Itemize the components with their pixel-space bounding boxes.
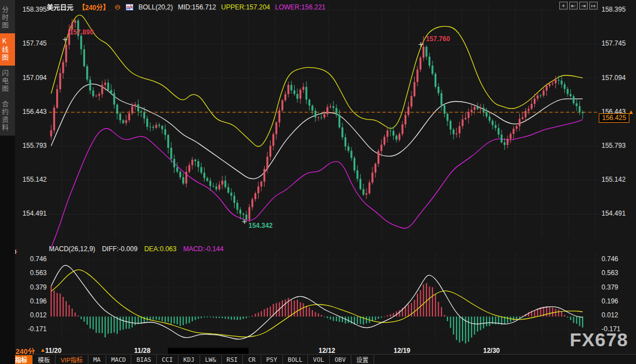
compress-left-icon[interactable]: ⇤ <box>569 2 578 9</box>
left-sidebar: 分时图 K线图 闪电图 合约资料 <box>0 0 15 364</box>
collapse-icon[interactable]: ⊖ <box>115 3 121 11</box>
price-tick-label: 157.745 <box>602 39 634 47</box>
boll-lower-line <box>51 119 583 247</box>
toolbar-item-psy[interactable]: PSY <box>261 355 283 364</box>
macd-tick-label: 0.563 <box>602 269 634 277</box>
date-label: 12/19 <box>394 347 410 355</box>
compress-right-icon[interactable]: ⇥ <box>579 2 588 9</box>
price-tick-label: 157.094 <box>602 74 634 82</box>
boll-mid-line <box>51 84 583 179</box>
toolbar-item-lw[interactable]: LW& <box>200 355 222 364</box>
toolbar-item-macd[interactable]: MACD <box>106 355 132 364</box>
toolbar-item-vol[interactable]: VOL <box>308 355 330 364</box>
price-tick-label: 155.793 <box>602 142 634 149</box>
toolbar-item-cr[interactable]: CR <box>243 355 261 364</box>
price-tick-label: 155.142 <box>17 176 47 183</box>
macd-tick-label: 0.196 <box>602 297 634 305</box>
dea-line <box>51 270 583 337</box>
macd-tick-label: 0.379 <box>17 283 47 291</box>
price-tick-label: 158.395 <box>17 6 47 13</box>
price-tick-label: 157.094 <box>17 74 47 82</box>
price-annotation: 157.890 <box>69 28 94 36</box>
toolbar-item-template[interactable]: 模板 <box>33 355 56 364</box>
date-label: 12/30 <box>483 347 500 355</box>
toolbar-item-boll[interactable]: BOLL <box>283 355 309 364</box>
symbol-title: 美元日元 <box>47 2 73 12</box>
sidebar-tab-kline-chart[interactable]: K线图 <box>0 33 15 66</box>
period-label: 【240分】 <box>78 2 110 12</box>
macd-tick-label: 0.012 <box>17 311 47 319</box>
boll-params: BOLL(20,2) <box>138 3 173 11</box>
chart-header: 美元日元 【240分】 ⊖ BOLL(20,2) MID:156.712 UPP… <box>47 2 326 12</box>
toolbar-item-settings[interactable]: 设置 <box>351 355 374 364</box>
toolbar-item-rsi[interactable]: RSI <box>222 355 244 364</box>
price-tick-label: 157.745 <box>17 39 47 47</box>
price-annotation: 157.760 <box>426 35 450 43</box>
toolbar-item-obv[interactable]: OBV <box>330 355 351 364</box>
date-label: 11/20 <box>45 347 61 355</box>
macd-params: MACD(26,12,9) <box>49 245 95 253</box>
diff-line <box>51 265 583 339</box>
macd-diff-value: DIFF:-0.009 <box>102 245 137 253</box>
crosshair-icon[interactable]: + <box>559 2 568 9</box>
bollinger-bands <box>51 15 583 248</box>
price-annotation: 154.342 <box>249 222 273 230</box>
indicator-toolbar: 指标 模板 VIP指标 MA MACD BIAS CCI KDJ LW& RSI… <box>10 355 374 364</box>
price-tick-label: 154.491 <box>17 210 47 217</box>
boll-upper-value: UPPER:157.204 <box>221 3 270 11</box>
macd-tick-label: 0.563 <box>17 269 47 277</box>
macd-macd-value: MACD:-0.144 <box>183 245 223 253</box>
annotations: 157.890157.760154.342 <box>63 28 450 230</box>
macd-histogram <box>51 283 583 343</box>
toolbar-item-cci[interactable]: CCI <box>157 355 178 364</box>
sidebar-tab-time-chart[interactable]: 分时图 <box>0 2 15 33</box>
chart-type-tabs: 分时图 K线图 闪电图 合约资料 <box>0 0 15 136</box>
macd-header: MACD(26,12,9) DIFF:-0.009 DEA:0.063 MACD… <box>49 245 223 253</box>
pan-right-icon[interactable]: ↦ <box>589 2 598 9</box>
toolbar-item-bias[interactable]: BIAS <box>131 355 157 364</box>
date-label: 11/28 <box>134 347 150 355</box>
grid <box>49 6 599 342</box>
price-tick-label: 154.491 <box>602 210 634 217</box>
macd-tick-label: -0.171 <box>17 325 47 333</box>
watermark: FX678 <box>570 329 628 351</box>
macd-tick-label: 0.746 <box>602 255 634 263</box>
macd-tick-label: 0.196 <box>17 297 47 305</box>
boll-upper-line <box>51 15 583 146</box>
macd-tick-label: 0.012 <box>602 311 634 319</box>
chart-thumbnail-icon[interactable] <box>126 4 133 11</box>
sidebar-tab-lightning-chart[interactable]: 闪电图 <box>0 66 15 97</box>
toolbar-item-ma[interactable]: MA <box>88 355 106 364</box>
toolbar-item-kdj[interactable]: KDJ <box>178 355 200 364</box>
price-tick-label: 158.395 <box>602 6 634 13</box>
macd-tick-label: 0.746 <box>17 255 47 263</box>
toolbar-item-vip-indicator[interactable]: VIP指标 <box>56 355 88 364</box>
boll-lower-value: LOWER:156.221 <box>275 3 326 11</box>
boll-mid-value: MID:156.712 <box>178 3 216 11</box>
date-label: 12/12 <box>319 347 335 355</box>
sidebar-tab-contract-info[interactable]: 合约资料 <box>0 97 15 136</box>
macd-tick-label: 0.379 <box>602 283 634 291</box>
price-tick-label: 155.793 <box>17 142 47 149</box>
chart-tool-buttons: + ⇤ ⇥ ↦ <box>559 2 598 9</box>
price-tick-label: 155.142 <box>602 176 634 183</box>
price-tick-label: 156.443 <box>17 108 47 116</box>
macd-lines <box>51 265 583 339</box>
macd-dea-value: DEA:0.063 <box>144 245 176 253</box>
chart-canvas[interactable]: 157.890157.760154.342 <box>0 0 636 364</box>
last-price-badge: 156.425 <box>599 113 629 123</box>
